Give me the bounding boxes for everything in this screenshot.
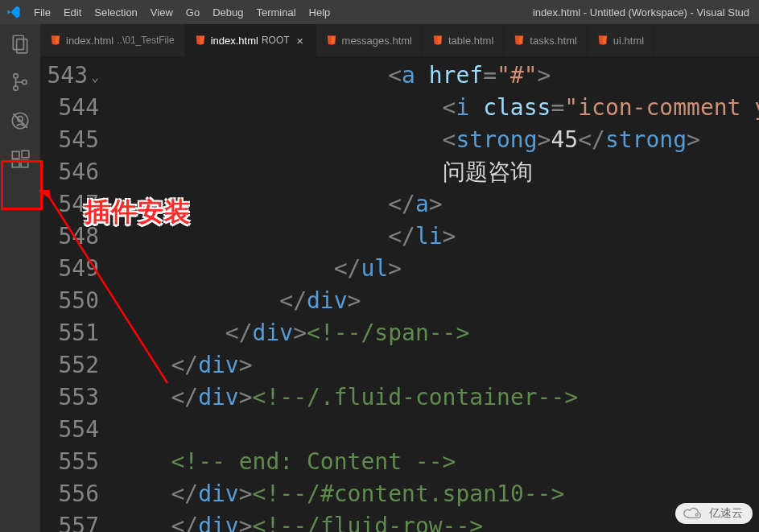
editor-tab[interactable]: tasks.html <box>504 24 588 56</box>
editor-tab[interactable]: messages.html <box>316 24 423 56</box>
window-title: index.html - Untitled (Workspace) - Visu… <box>336 6 753 19</box>
html-file-icon <box>50 35 61 46</box>
tab-label: tasks.html <box>530 35 577 47</box>
html-file-icon <box>514 35 525 46</box>
fold-icon[interactable]: ⌄ <box>91 61 99 93</box>
html-file-icon <box>432 35 443 46</box>
line-number-gutter: 543⌄544545546547548549550551552553554555… <box>40 56 117 532</box>
code-content[interactable]: <a href="#"> <i class="icon-comment yel … <box>117 56 759 532</box>
svg-point-2 <box>14 74 18 78</box>
line-number: 545 <box>40 124 99 156</box>
text-editor[interactable]: 543⌄544545546547548549550551552553554555… <box>40 56 759 532</box>
svg-rect-9 <box>21 160 28 167</box>
code-line[interactable]: </li> <box>117 221 759 253</box>
editor-tab[interactable]: index.htmlROOT× <box>185 24 316 56</box>
code-line[interactable]: </div><!--/span--> <box>117 317 759 349</box>
html-file-icon <box>597 35 608 46</box>
line-number: 546 <box>40 156 99 188</box>
code-line[interactable]: </a> <box>117 188 759 221</box>
line-number: 557 <box>40 510 99 532</box>
code-line[interactable]: </div> <box>117 285 759 317</box>
line-number: 544 <box>40 92 99 124</box>
editor-tab[interactable]: table.html <box>423 24 504 56</box>
svg-rect-1 <box>17 39 27 53</box>
code-line[interactable]: <i class="icon-comment yel <box>117 92 759 124</box>
tab-label: table.html <box>448 35 493 47</box>
svg-rect-0 <box>13 35 23 49</box>
code-line[interactable]: </div><!--/fluid-row--> <box>117 510 759 532</box>
menu-go[interactable]: Go <box>179 3 206 22</box>
line-number: 551 <box>40 317 99 349</box>
svg-point-4 <box>23 80 27 84</box>
titlebar: File Edit Selection View Go Debug Termin… <box>0 0 759 24</box>
line-number: 543⌄ <box>40 60 99 92</box>
extensions-icon[interactable] <box>9 148 31 171</box>
source-control-icon[interactable] <box>9 71 31 93</box>
editor-tab[interactable]: index.html..\01_TestFile <box>40 24 185 56</box>
editor-tabs: index.html..\01_TestFileindex.htmlROOT×m… <box>40 24 759 56</box>
svg-point-3 <box>14 86 18 90</box>
menu-file[interactable]: File <box>27 3 57 22</box>
svg-rect-10 <box>22 151 29 158</box>
debug-icon[interactable] <box>9 109 31 132</box>
html-file-icon <box>326 35 337 46</box>
line-number: 547 <box>40 188 99 221</box>
tab-label: messages.html <box>342 35 412 47</box>
tab-label: index.html <box>66 35 113 47</box>
line-number: 555 <box>40 446 99 478</box>
tab-sublabel: ..\01_TestFile <box>117 35 174 46</box>
line-number: 556 <box>40 478 99 510</box>
activity-bar <box>0 24 40 532</box>
line-number: 549 <box>40 253 99 285</box>
menu-debug[interactable]: Debug <box>206 3 250 22</box>
tab-label: ui.html <box>613 35 644 47</box>
tab-sublabel: ROOT <box>262 35 290 46</box>
tab-label: index.html <box>211 35 258 47</box>
line-number: 553 <box>40 381 99 414</box>
vscode-logo-icon <box>6 5 21 19</box>
svg-rect-8 <box>12 160 19 167</box>
line-number: 554 <box>40 414 99 446</box>
code-line[interactable] <box>117 414 759 446</box>
code-line[interactable]: </div><!--/.fluid-container--> <box>117 381 759 414</box>
menu-bar: File Edit Selection View Go Debug Termin… <box>27 3 336 22</box>
html-file-icon <box>195 35 206 46</box>
menu-help[interactable]: Help <box>303 3 337 22</box>
menu-selection[interactable]: Selection <box>88 3 143 22</box>
code-line[interactable]: </div><!--/#content.span10--> <box>117 478 759 510</box>
menu-edit[interactable]: Edit <box>57 3 88 22</box>
code-line[interactable]: 问题咨询 <box>117 156 759 188</box>
menu-view[interactable]: View <box>144 3 179 22</box>
line-number: 550 <box>40 285 99 317</box>
line-number: 552 <box>40 349 99 381</box>
code-line[interactable]: <strong>45</strong> <box>117 124 759 156</box>
code-line[interactable]: <!-- end: Content --> <box>117 446 759 478</box>
menu-terminal[interactable]: Terminal <box>250 3 302 22</box>
line-number: 548 <box>40 221 99 253</box>
code-line[interactable]: </ul> <box>117 253 759 285</box>
code-line[interactable]: <a href="#"> <box>117 60 759 92</box>
editor-tab[interactable]: ui.html <box>588 24 654 56</box>
code-line[interactable]: </div> <box>117 349 759 381</box>
close-icon[interactable]: × <box>295 34 306 47</box>
svg-rect-7 <box>12 151 19 159</box>
editor-group: index.html..\01_TestFileindex.htmlROOT×m… <box>40 24 759 532</box>
explorer-icon[interactable] <box>9 32 31 55</box>
